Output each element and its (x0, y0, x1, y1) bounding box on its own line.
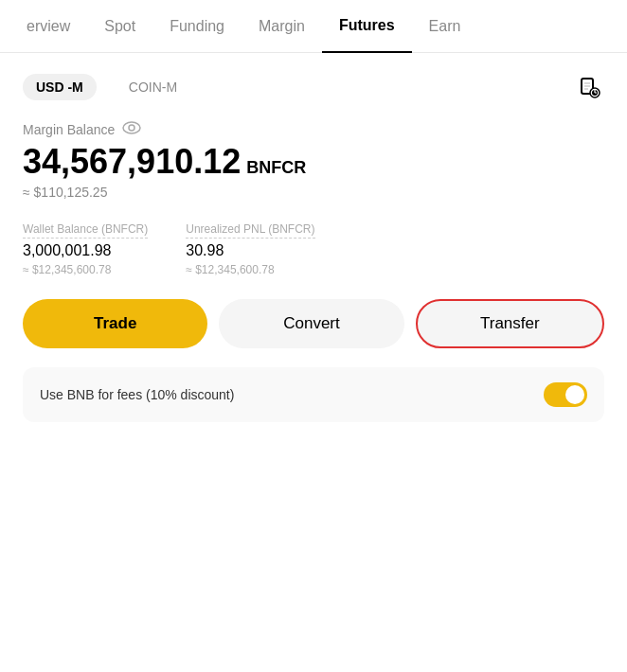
action-buttons-row: Trade Convert Transfer (23, 299, 604, 348)
nav-item-spot[interactable]: Spot (87, 0, 152, 53)
secondary-balances: Wallet Balance (BNFCR) 3,000,001.98 ≈ $1… (23, 222, 604, 276)
history-icon[interactable] (574, 72, 604, 102)
nav-item-futures[interactable]: Futures (322, 0, 412, 53)
subtab-usd-m[interactable]: USD -M (23, 74, 97, 100)
margin-balance-usd: ≈ $110,125.25 (23, 185, 604, 200)
transfer-button[interactable]: Transfer (416, 299, 604, 348)
sub-tabs-left: USD -M COIN-M (23, 74, 190, 100)
toggle-thumb (565, 385, 584, 404)
sub-tabs-row: USD -M COIN-M (23, 72, 604, 102)
toggle-track (544, 382, 587, 407)
unrealized-pnl-item: Unrealized PNL (BNFCR) 30.98 ≈ $12,345,6… (186, 222, 314, 276)
svg-point-8 (123, 122, 140, 133)
nav-item-earn[interactable]: Earn (412, 0, 478, 53)
visibility-toggle-icon[interactable] (122, 121, 141, 137)
top-navigation: erview Spot Funding Margin Futures Earn (0, 0, 627, 53)
balance-section: Margin Balance 34,567,910.12BNFCR ≈ $110… (23, 121, 604, 200)
trade-button[interactable]: Trade (23, 299, 207, 348)
nav-item-overview[interactable]: erview (9, 0, 87, 53)
main-content: USD -M COIN-M Margin Balance (0, 53, 627, 441)
convert-button[interactable]: Convert (219, 299, 403, 348)
wallet-balance-item: Wallet Balance (BNFCR) 3,000,001.98 ≈ $1… (23, 222, 148, 276)
bnb-fee-row: Use BNB for fees (10% discount) (23, 367, 604, 422)
nav-item-margin[interactable]: Margin (242, 0, 322, 53)
bnb-fee-toggle[interactable] (544, 382, 587, 407)
bnb-fee-label: Use BNB for fees (10% discount) (40, 387, 234, 402)
margin-balance-value: 34,567,910.12BNFCR (23, 143, 604, 181)
nav-item-funding[interactable]: Funding (152, 0, 242, 53)
margin-balance-label: Margin Balance (23, 121, 604, 137)
subtab-coin-m[interactable]: COIN-M (116, 74, 190, 100)
svg-point-9 (129, 125, 134, 131)
